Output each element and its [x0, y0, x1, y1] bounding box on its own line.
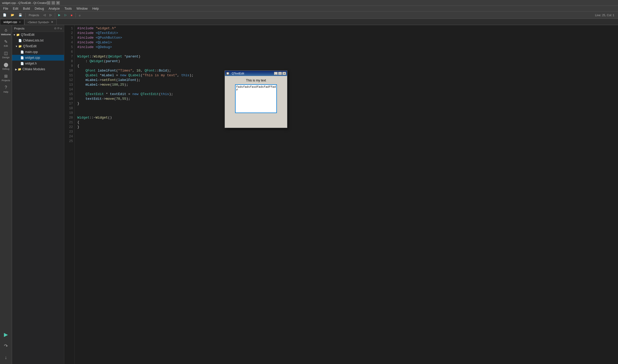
preview-label-text: This is my text [246, 79, 266, 82]
menu-bar: File Edit Build Debug Analyze Tools Wind… [0, 6, 618, 11]
file-tree-title: Projects [14, 27, 25, 30]
preview-maximize-btn[interactable]: □ [278, 72, 282, 75]
toolbar-btn-2[interactable]: ▷ [48, 12, 54, 18]
tab-select-symbol-label: <Select Symbol> [28, 21, 49, 24]
sidebar-run-bottom[interactable]: ▶ [1, 329, 11, 340]
sidebar-design[interactable]: ◫ Design [1, 49, 11, 60]
tree-item-cmake-modules[interactable]: ▶ 📁 CMake Modules [12, 66, 64, 72]
maximize-button[interactable]: □ [51, 1, 55, 5]
toolbar-btn-1[interactable]: ◁ [42, 12, 47, 18]
arrow-icon-2: ▼ [15, 45, 18, 48]
tree-item-cmakelists[interactable]: 📄 CMakeLists.txt [12, 38, 64, 43]
folder-icon-2: 📁 [18, 45, 22, 48]
sidebar-projects[interactable]: ⊞ Projects [1, 72, 11, 83]
tree-filter-btn[interactable]: ⊘ [54, 27, 56, 30]
projects-label: Projects [2, 79, 10, 82]
preview-window: 🔲 QTextEdit _ □ ✕ This is my text fadsfa… [225, 71, 287, 128]
code-editor[interactable]: #include "widget.h" #include <QTextEdit>… [75, 25, 618, 364]
preview-win-controls: _ □ ✕ [274, 72, 286, 75]
tree-item-widget-cpp[interactable]: 📄 widget.cpp [12, 55, 64, 61]
preview-content: This is my text fadsfadsfasdfadsfadffadf [225, 76, 287, 128]
menu-build[interactable]: Build [21, 6, 32, 11]
edit-icon: ✎ [3, 39, 9, 44]
tab-widget-cpp[interactable]: widget.cpp ✕ [0, 19, 24, 25]
window-controls: ─ □ ✕ [47, 1, 60, 5]
tree-label-qtextedit: QTextEdit [21, 33, 34, 37]
menu-edit[interactable]: Edit [11, 6, 20, 11]
tree-item-main-cpp[interactable]: 📄 main.cpp [12, 49, 64, 55]
run-button[interactable]: ▶ [56, 12, 62, 18]
title-bar: widget.cpp - QTextEdit - Qt Creator ─ □ … [0, 0, 618, 6]
sidebar-step-into[interactable]: ↓ [1, 352, 11, 363]
debug-icon: ⬤ [3, 62, 9, 67]
file-tree-content: ▼ 📁 QTextEdit 📄 CMakeLists.txt ▼ 📁 QText… [12, 32, 64, 364]
tree-item-qtextedit-project[interactable]: ▼ 📁 QTextEdit [12, 32, 64, 38]
menu-analyze[interactable]: Analyze [46, 6, 62, 11]
folder-icon-3: 📁 [18, 68, 21, 71]
close-tab-select-symbol[interactable]: ✕ [51, 20, 53, 24]
menu-window[interactable]: Window [74, 6, 90, 11]
arrow-icon-3: ▶ [15, 68, 17, 71]
preview-title-text: QTextEdit [232, 72, 244, 75]
tree-sync-btn[interactable]: ⟳ [57, 27, 60, 30]
tree-collapse-btn[interactable]: ≡ [60, 27, 62, 30]
tab-widget-cpp-label: widget.cpp [3, 20, 17, 24]
sidebar-welcome[interactable]: ⌂ Welcome [1, 26, 11, 37]
tree-label-main: main.cpp [25, 50, 38, 54]
file-tree-panel: Projects ⊘ ⟳ ≡ ▼ 📁 QTextEdit 📄 CMakeList… [12, 25, 64, 364]
preview-minimize-btn[interactable]: _ [274, 72, 278, 75]
tree-item-widget-h[interactable]: 📄 widget.h [12, 61, 64, 66]
menu-tools[interactable]: Tools [62, 6, 74, 11]
tab-select-symbol[interactable]: <Select Symbol> ✕ [24, 19, 57, 25]
arrow-icon: ▼ [13, 33, 16, 36]
open-file-button[interactable]: 📂 [9, 12, 16, 18]
tree-label-qtextedit-folder: QTextEdit [23, 44, 37, 48]
step-over-icon: ↷ [3, 343, 9, 349]
debug-label: Debug [2, 68, 9, 70]
help-label: Help [3, 91, 8, 93]
menu-help[interactable]: Help [90, 6, 101, 11]
editor-area: 1 2 3 4 5 6 7 8 9 10 11 12 13 14 15 16 1… [64, 25, 618, 364]
minimize-button[interactable]: ─ [47, 1, 50, 5]
file-tree-header: Projects ⊘ ⟳ ≡ [12, 25, 64, 32]
file-icon-main: 📄 [20, 50, 24, 54]
toolbar-separator-1 [25, 13, 26, 17]
sidebar-edit[interactable]: ✎ Edit [1, 38, 11, 49]
debug-run-button[interactable]: ▷ [63, 12, 68, 18]
line-col-status: Line: 25, Col: 1 [595, 14, 617, 17]
close-button[interactable]: ✕ [56, 1, 60, 5]
step-into-icon: ↓ [3, 355, 9, 360]
tree-label-widget-cpp: widget.cpp [25, 56, 40, 60]
sidebar-icons: ⌂ Welcome ✎ Edit ◫ Design ⬤ Debug ⊞ Proj… [0, 25, 12, 364]
sidebar-help[interactable]: ? Help [1, 84, 11, 95]
menu-debug[interactable]: Debug [33, 6, 46, 11]
tab-bar: widget.cpp ✕ <Select Symbol> ✕ [0, 19, 618, 25]
design-label: Design [2, 56, 9, 59]
close-tab-widget-cpp[interactable]: ✕ [19, 21, 21, 24]
locate-button[interactable]: ⌕ [77, 12, 83, 18]
main-layout: ⌂ Welcome ✎ Edit ◫ Design ⬤ Debug ⊞ Proj… [0, 25, 618, 364]
sidebar-debug[interactable]: ⬤ Debug [1, 61, 11, 72]
menu-file[interactable]: File [1, 6, 10, 11]
tree-label-cmake-modules: CMake Modules [22, 67, 45, 71]
preview-window-icon: 🔲 [226, 72, 230, 75]
design-icon: ◫ [3, 50, 9, 56]
preview-close-btn[interactable]: ✕ [282, 72, 286, 75]
projects-icon: ⊞ [3, 73, 9, 79]
projects-label: Projects [27, 12, 41, 18]
stop-button[interactable]: ■ [69, 12, 74, 18]
welcome-icon: ⌂ [3, 27, 9, 33]
save-button[interactable]: 💾 [17, 12, 24, 18]
folder-icon: 📁 [16, 33, 20, 37]
code-content[interactable]: 1 2 3 4 5 6 7 8 9 10 11 12 13 14 15 16 1… [64, 25, 618, 364]
file-icon-widget-h: 📄 [20, 62, 24, 65]
toolbar: 📄 📂 💾 Projects ◁ ▷ ▶ ▷ ■ ⌕ Line: 25, Col… [0, 11, 618, 19]
edit-label: Edit [4, 45, 8, 47]
tree-label-widget-h: widget.h [25, 62, 37, 65]
sidebar-step-over[interactable]: ↷ [1, 340, 11, 351]
preview-title-bar: 🔲 QTextEdit _ □ ✕ [225, 71, 287, 76]
tree-item-qtextedit-folder[interactable]: ▼ 📁 QTextEdit [12, 43, 64, 49]
preview-textarea[interactable]: fadsfadsfasdfadsfadffadf [235, 84, 277, 113]
new-file-button[interactable]: 📄 [1, 12, 8, 18]
run-bottom-icon: ▶ [3, 332, 9, 337]
